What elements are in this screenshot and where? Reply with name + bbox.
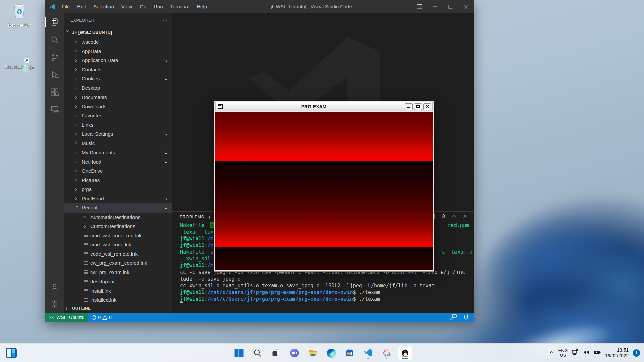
tray-chevron-up-icon[interactable] <box>548 349 554 357</box>
tree-item-prga[interactable]: ›prga <box>64 185 172 194</box>
start-button[interactable] <box>232 346 246 360</box>
remote-indicator[interactable]: WSL: Ubuntu <box>45 313 88 322</box>
vscode-taskbar-button[interactable] <box>362 346 375 360</box>
volume-icon[interactable] <box>583 349 589 357</box>
menu-view[interactable]: View <box>118 0 136 13</box>
tree-item-nethood[interactable]: ›NetHood↳ <box>64 157 172 167</box>
tree-item-application-data[interactable]: ›Application Data↳ <box>64 56 172 65</box>
tab-problems[interactable]: PROBLEMS <box>180 215 204 219</box>
trash-icon[interactable] <box>441 214 446 220</box>
chevron-right-icon[interactable]: › <box>75 66 80 72</box>
outline-section-row[interactable]: › OUTLINE <box>64 304 172 312</box>
chevron-right-icon[interactable]: › <box>75 48 80 54</box>
chevron-right-icon[interactable]: › <box>75 186 80 192</box>
maximize-panel-icon[interactable] <box>451 214 457 220</box>
chevron-right-icon[interactable]: › <box>75 159 80 165</box>
taskbar-search-button[interactable] <box>251 346 264 360</box>
chevron-right-icon[interactable]: › <box>75 168 80 174</box>
battery-charging-icon[interactable] <box>593 349 601 357</box>
chevron-right-icon[interactable]: › <box>75 113 80 119</box>
vscode-titlebar[interactable]: FileEditSelectionViewGoRunTerminalHelp j… <box>45 0 474 13</box>
chevron-right-icon[interactable]: › <box>75 149 80 156</box>
tree-item-cw-prg-exam-lnk[interactable]: cw_prg_exam.lnk <box>64 268 172 277</box>
chevron-right-icon[interactable]: › <box>75 122 80 128</box>
workspace-root-row[interactable]: › JF [WSL: UBUNTU] <box>64 27 172 37</box>
remote-explorer-icon[interactable] <box>45 101 64 118</box>
layout-toggle-button[interactable] <box>412 0 427 13</box>
feedback-icon[interactable] <box>450 314 457 321</box>
tree-item-contacts[interactable]: ›Contacts <box>64 65 172 74</box>
tree-item-printhood[interactable]: ›PrintHood↳ <box>64 194 172 203</box>
menu-go[interactable]: Go <box>136 0 150 13</box>
close-button[interactable] <box>458 0 474 13</box>
menu-edit[interactable]: Edit <box>73 0 90 13</box>
source-control-icon[interactable] <box>45 48 64 66</box>
tree-item-cmd-wsl-code-lnk[interactable]: cmd_wsl_code.lnk <box>64 240 172 249</box>
tree-item-favorites[interactable]: ›Favorites <box>64 111 172 120</box>
settings-gear-icon[interactable] <box>45 295 64 313</box>
paint-button[interactable] <box>380 346 393 360</box>
prg-minimize-button[interactable] <box>405 103 413 110</box>
minimize-button[interactable] <box>427 0 443 13</box>
chevron-right-icon[interactable]: › <box>75 76 80 82</box>
close-panel-icon[interactable] <box>462 214 468 220</box>
tree-item-documents[interactable]: ›Documents <box>64 93 172 102</box>
xserver-tux-button[interactable] <box>398 346 412 360</box>
desktop-icon-microsoft-edge[interactable]: Microsoft Edge <box>3 44 36 69</box>
desktop-icon-recycle-bin[interactable]: ♻ Recycle Bin <box>3 3 36 28</box>
maximize-button[interactable] <box>443 0 458 13</box>
chevron-right-icon[interactable]: › <box>75 177 80 183</box>
chevron-right-icon[interactable]: › <box>75 131 80 137</box>
language-indicator[interactable]: ENGUS <box>558 348 568 358</box>
edge-button[interactable] <box>325 346 338 360</box>
extensions-icon[interactable] <box>45 83 64 101</box>
tree-item-music[interactable]: ›Music <box>64 139 172 148</box>
tree-item-onedrive[interactable]: ›OneDrive <box>64 166 172 176</box>
store-button[interactable] <box>343 346 357 360</box>
notification-count-badge[interactable]: 1 <box>633 349 640 357</box>
chevron-down-icon[interactable]: › <box>74 205 80 211</box>
widgets-button[interactable] <box>6 348 17 358</box>
chevron-right-icon[interactable]: › <box>84 223 89 229</box>
run-debug-icon[interactable] <box>45 66 64 83</box>
tree-item-cmd-wsl-code-run-lnk[interactable]: cmd_wsl_code_run.lnk <box>64 231 172 240</box>
tree-item-local-settings[interactable]: ›Local Settings↳ <box>64 129 172 139</box>
tree-item-links[interactable]: ›Links <box>64 120 172 130</box>
chevron-right-icon[interactable]: › <box>75 57 80 63</box>
chevron-right-icon[interactable]: › <box>75 195 80 201</box>
chevron-right-icon[interactable]: › <box>75 94 80 100</box>
prg-close-button[interactable]: ✕ <box>423 103 431 110</box>
menu-run[interactable]: Run <box>150 0 167 13</box>
chevron-right-icon[interactable]: › <box>75 39 80 45</box>
problems-indicator[interactable]: 0 0 <box>88 315 115 320</box>
search-icon[interactable] <box>45 31 64 48</box>
tree-item-install-lnk[interactable]: install.lnk <box>64 286 172 296</box>
chevron-right-icon[interactable]: › <box>84 214 89 220</box>
accounts-icon[interactable] <box>45 278 64 295</box>
explorer-icon[interactable] <box>45 13 64 31</box>
window-system-menu-icon[interactable] <box>218 104 223 109</box>
chat-button[interactable] <box>288 346 301 360</box>
menu-file[interactable]: File <box>58 0 73 13</box>
menu-selection[interactable]: Selection <box>90 0 118 13</box>
file-explorer-button[interactable] <box>306 346 320 360</box>
tree-item-cw-prg-exam-copied-lnk[interactable]: cw_prg_exam_copied.lnk <box>64 258 172 268</box>
network-ethernet-icon[interactable] <box>572 349 579 357</box>
clock[interactable]: 13:51 16/02/2022 <box>605 347 629 359</box>
tree-item-automaticdestinations[interactable]: ›AutomaticDestinations <box>64 213 172 222</box>
more-actions-icon[interactable]: ··· <box>162 17 168 23</box>
prg-exam-titlebar[interactable]: PRG-EXAM ✕ <box>215 102 433 111</box>
tree-item-installed-lnk[interactable]: installed.lnk <box>64 295 172 305</box>
task-view-button[interactable] <box>269 346 283 360</box>
tree-item-recent[interactable]: ›Recent↳ <box>64 203 172 213</box>
tree-item-appdata[interactable]: ›AppData <box>64 47 172 56</box>
menu-terminal[interactable]: Terminal <box>167 0 193 13</box>
tree-item-my-documents[interactable]: ›My Documents↳ <box>64 148 172 157</box>
notifications-bell-icon[interactable] <box>463 314 469 321</box>
tree-item-desktop-ini[interactable]: desktop.ini <box>64 277 172 286</box>
tree-item-customdestinations[interactable]: ›CustomDestinations <box>64 222 172 231</box>
tree-item-downloads[interactable]: ›Downloads <box>64 102 172 111</box>
tree-item-pictures[interactable]: ›Pictures <box>64 176 172 185</box>
chevron-right-icon[interactable]: › <box>75 85 80 91</box>
menu-help[interactable]: Help <box>193 0 211 13</box>
